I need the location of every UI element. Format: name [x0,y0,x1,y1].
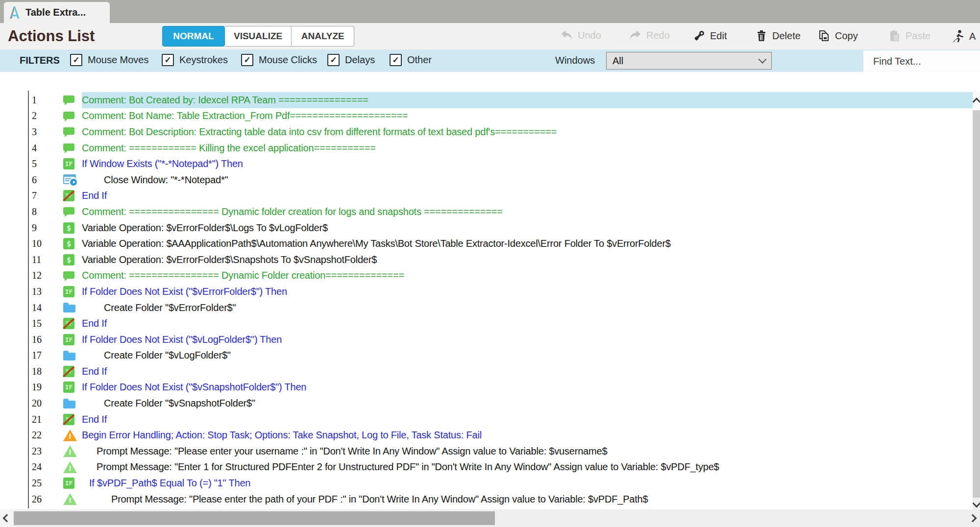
action-row-highlight: Comment: ============ Killing the excel … [82,140,973,156]
action-row-highlight: If Folder Does Not Exist ("$vErrorFolder… [82,284,973,300]
vertical-scrollbar-thumb[interactable] [973,72,980,91]
scroll-right-button[interactable] [966,509,979,527]
filters-label: FILTERS [20,55,60,66]
action-row-highlight: Variable Operation: $vErrorFolder$\Logs … [82,220,973,236]
undo-button[interactable]: Undo [560,29,601,41]
run-button[interactable]: A [951,29,976,43]
redo-icon [629,29,642,41]
action-row[interactable]: 2 Comment: Bot Name: Table Extraction_Fr… [0,108,973,124]
end-if-icon: IF [63,366,82,377]
filter-checkbox-keystrokes[interactable]: ✓ Keystrokes [162,54,228,66]
action-row[interactable]: 11 $ Variable Operation: $vErrorFolder$\… [0,252,973,268]
horizontal-scrollbar[interactable] [0,509,980,527]
end-if-icon: IF [63,414,82,425]
filter-checkbox-other[interactable]: ✓ Other [390,54,432,66]
windows-dropdown-value: All [612,55,623,67]
checkbox-icon: ✓ [390,54,402,66]
windows-dropdown[interactable]: All [606,52,772,70]
action-row[interactable]: 5 IF If Window Exists ("*-*Notepad*") Th… [0,156,973,172]
comment-icon [63,273,82,279]
action-row[interactable]: 1 Comment: Bot Created by: Idexcel RPA T… [0,92,973,108]
automation-anywhere-logo-icon [8,5,21,20]
action-row-highlight: Close Window: "*-*Notepad*" [82,172,973,188]
action-text: Variable Operation: $vErrorFolder$\Logs … [82,222,328,234]
action-row[interactable]: 25 IF If $vPDF_Path$ Equal To (=) "1" Th… [0,475,973,491]
action-row[interactable]: 24 ! Prompt Message: "Enter 1 for Struct… [0,459,973,476]
delete-button[interactable]: Delete [755,29,801,42]
action-row[interactable]: 13 IF If Folder Does Not Exist ("$vError… [0,284,973,300]
analyze-mode-button[interactable]: ANALYZE [292,26,354,47]
action-row[interactable]: 17 Create Folder "$vLogFolder$" [0,348,973,364]
action-row[interactable]: 18 IF End If [0,363,973,380]
line-number: 17 [32,350,63,361]
create-folder-icon [63,399,82,408]
action-row[interactable]: 15 IF End If [0,315,973,332]
paste-button[interactable]: Paste [888,29,931,43]
action-text: Prompt Message: "Please enter your usern… [82,446,607,457]
normal-mode-button[interactable]: NORMAL [162,26,225,47]
action-text: Comment: Bot Name: Table Extraction_From… [82,110,408,121]
action-row[interactable]: 12 Comment: ================ Dynamic Fol… [0,268,973,284]
edit-button[interactable]: Edit [693,29,727,42]
action-text: Comment: ============ Killing the excel … [82,143,376,154]
run-label: A [969,31,976,42]
action-row-highlight: If Window Exists ("*-*Notepad*") Then [82,156,973,172]
action-row[interactable]: 14 Create Folder "$vErrorFolder$" [0,300,973,316]
line-number: 4 [32,143,63,154]
action-text: Comment: ================ Dynamic folder… [82,206,503,217]
action-row-highlight: Comment: Bot Name: Table Extraction_From… [82,108,973,124]
task-tab[interactable]: Table Extra... [4,2,110,23]
filter-checkbox-mouse-clicks[interactable]: ✓ Mouse Clicks [241,54,317,66]
horizontal-scrollbar-thumb[interactable] [14,511,495,525]
action-row[interactable]: 19 IF If Folder Does Not Exist ("$vSnaps… [0,380,973,396]
action-row[interactable]: 8 Comment: ================ Dynamic fold… [0,204,973,220]
checkbox-label: Delays [345,54,375,66]
undo-label: Undo [578,30,601,41]
line-number: 22 [32,430,63,441]
line-number: 18 [32,366,63,377]
action-row[interactable]: 26 ! Prompt Message: "Please enter the p… [0,491,973,507]
action-row-highlight: Comment: ================ Dynamic folder… [82,204,973,220]
visualize-mode-button[interactable]: VISUALIZE [225,26,292,47]
action-row[interactable]: 20 Create Folder "$vSnapshotFolder$" [0,395,973,411]
action-row[interactable]: 16 IF If Folder Does Not Exist ("$vLogFo… [0,332,973,348]
action-row[interactable]: 10 $ Variable Operation: $AAApplicationP… [0,236,973,252]
action-row-highlight: Comment: Bot Description: Extracting tab… [82,124,973,140]
line-number: 19 [32,382,63,393]
filter-checkbox-mouse-moves[interactable]: ✓ Mouse Moves [70,54,149,66]
action-text: Close Window: "*-*Notepad*" [82,174,228,186]
action-row[interactable]: 7 IF End If [0,188,973,204]
action-row[interactable]: 23 ! Prompt Message: "Please enter your … [0,443,973,459]
line-number: 10 [32,238,63,249]
chevron-up-icon [972,97,980,106]
line-number: 5 [32,158,63,169]
action-row[interactable]: 21 IF End If [0,411,973,428]
action-row[interactable]: 22 ! Begin Error Handling; Action: Stop … [0,427,973,443]
find-text-input[interactable] [863,50,980,72]
scroll-down-button[interactable] [973,498,980,509]
vertical-scrollbar[interactable] [973,72,980,509]
filter-checkbox-delays[interactable]: ✓ Delays [327,54,375,66]
action-row-highlight: If $vPDF_Path$ Equal To (=) "1" Then [82,475,973,491]
redo-button[interactable]: Redo [629,29,670,41]
scroll-left-button[interactable] [0,509,14,527]
delete-trash-icon [755,29,768,42]
action-text: Comment: ================ Dynamic Folder… [82,270,404,281]
action-row[interactable]: 3 Comment: Bot Description: Extracting t… [0,124,973,140]
action-text: Variable Operation: $vErrorFolder$\Snaps… [82,254,377,265]
action-row[interactable]: 4 Comment: ============ Killing the exce… [0,140,973,156]
line-number: 25 [32,478,63,489]
delete-label: Delete [772,30,801,42]
line-number: 20 [32,398,63,409]
action-row[interactable]: 6 Close Window: "*-*Notepad*" [0,172,973,188]
scroll-up-button[interactable] [973,91,980,110]
if-condition-icon: IF [63,382,82,393]
action-row[interactable]: 9 $ Variable Operation: $vErrorFolder$\L… [0,220,973,236]
action-row-highlight: Variable Operation: $AAApplicationPath$\… [82,236,973,252]
copy-button[interactable]: Copy [817,29,858,43]
checkbox-icon: ✓ [241,54,253,66]
redo-label: Redo [646,30,670,41]
chevron-right-icon [969,514,977,523]
line-number: 23 [32,446,63,457]
chevron-down-icon [759,55,767,64]
